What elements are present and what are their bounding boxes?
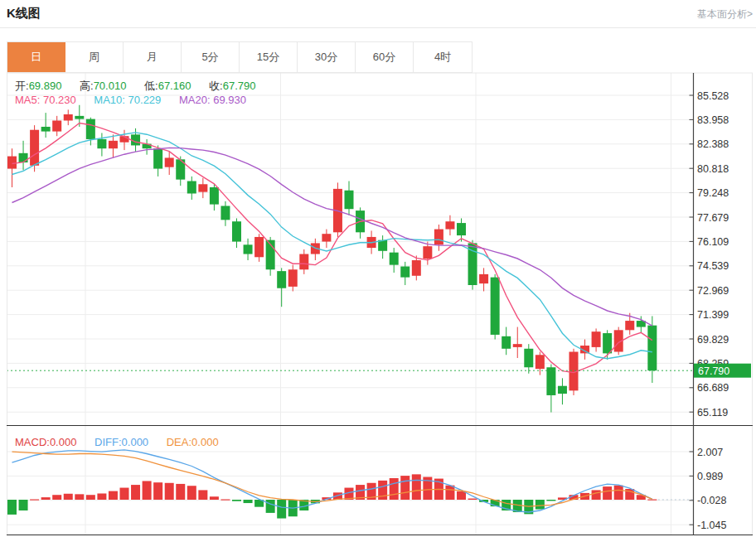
candle-down [244,244,253,254]
price-axis-label: 71.399 [697,309,729,321]
macd-indicator-row: MACD:0.000 DIFF:0.000 DEA:0.000 [15,436,234,448]
candle-up [52,120,61,131]
candle-up [625,321,634,330]
fundamental-analysis-link[interactable]: 基本面分析> [697,7,753,22]
macd-axis-label: -0.028 [697,495,726,506]
macd-bar-up [210,496,219,500]
macd-bar-down [266,500,275,513]
diff-label: DIFF: [94,436,122,448]
macd-bar-up [109,491,118,500]
candle-down [232,221,241,241]
macd-bar-up [52,495,61,500]
candle-down [502,336,511,349]
period-tab-30min[interactable]: 30分 [298,42,356,72]
macd-axis-label: -1.045 [697,520,726,531]
candle-down [277,271,286,288]
candle-up [198,184,207,191]
macd-value: 0.000 [50,436,77,448]
macd-bar-up [187,486,196,500]
macd-bar-up [153,482,162,500]
period-tab-month[interactable]: 月 [124,42,182,72]
ohlc-row: 开:69.890 高:70.010 低:67.160 收:67.790 [15,79,270,94]
high-label: 高: [80,80,94,92]
current-price-tag-text: 67.790 [698,365,729,377]
period-tab-60min[interactable]: 60分 [356,42,414,72]
candle-down [390,253,399,265]
candle-down [457,223,466,235]
candle-up [30,130,39,166]
macd-bar-up [412,474,421,500]
candle-up [434,230,443,245]
ma-row: MA5: 70.230 MA10: 70.229 MA20: 69.930 [15,94,261,106]
period-tab-5min[interactable]: 5分 [182,42,240,72]
macd-bar-flat [647,500,657,501]
low-label: 低: [144,80,158,92]
period-tab-day[interactable]: 日 [7,42,65,72]
macd-bar-up [176,484,185,500]
header-divider [0,27,756,28]
diff-line [12,450,652,512]
dea-label: DEA: [167,436,191,448]
macd-bar-up [97,493,106,500]
macd-axis-label: 2.007 [697,447,723,458]
candle-up [288,269,298,287]
period-tabs: 日周月5分15分30分60分4时 [7,41,472,73]
candle-up [299,254,308,270]
close-label: 收: [209,80,223,92]
price-axis-label: 82.388 [697,138,729,150]
period-tab-15min[interactable]: 15分 [240,42,298,72]
price-axis-label: 69.829 [697,334,729,346]
candle-up [165,157,174,167]
candle-down [19,153,28,162]
candle-up [254,237,264,257]
candle-down [524,349,533,367]
price-axis-label: 77.679 [697,212,729,224]
candle-up [7,157,17,169]
ma10-label: MA10: [94,94,125,106]
candle-down [220,206,230,220]
candle-up [412,260,421,276]
macd-bar-up [120,488,129,500]
macd-bar-flat [220,500,230,501]
high-value: 70.010 [94,80,127,92]
price-axis-label: 65.119 [697,407,728,418]
macd-bar-up [64,494,73,500]
macd-bar-up [445,486,454,500]
macd-bar-up [86,495,95,500]
macd-bar-down [19,500,28,510]
candle-up [536,355,545,369]
macd-bar-up [457,491,466,500]
ma20-value: 69.930 [213,94,246,106]
candle-down [86,119,95,139]
price-axis-label: 80.818 [697,163,729,175]
macd-bar-up [603,486,612,500]
ma5-line [12,123,652,373]
candle-up [322,234,331,241]
period-tab-4hour[interactable]: 4时 [414,42,472,72]
candle-up [479,274,488,283]
macd-bar-down [277,500,286,519]
dea-value: 0.000 [191,436,219,448]
candle-down [647,326,657,370]
candle-down [558,386,567,394]
candle-up [64,114,73,120]
period-tab-week[interactable]: 周 [65,42,124,72]
candle-down [603,333,612,353]
macd-bar-up [198,490,207,500]
price-axis-label: 72.969 [697,285,729,297]
candle-down [75,116,84,119]
candle-up [445,221,454,229]
page-header: K线图 基本面分析> [0,0,756,27]
macd-bar-down [232,500,241,501]
price-axis-label: 74.539 [697,260,729,272]
macd-bar-down [7,500,17,515]
macd-bar-up [468,499,477,500]
candle-down [41,127,51,132]
ma5-value: 70.230 [43,94,76,106]
macd-bar-up [143,481,152,500]
ma5-label: MA5: [15,94,40,106]
macd-bar-down [536,500,545,510]
macd-bar-flat [30,500,39,501]
candle-down [491,278,500,335]
candle-down [400,267,410,278]
